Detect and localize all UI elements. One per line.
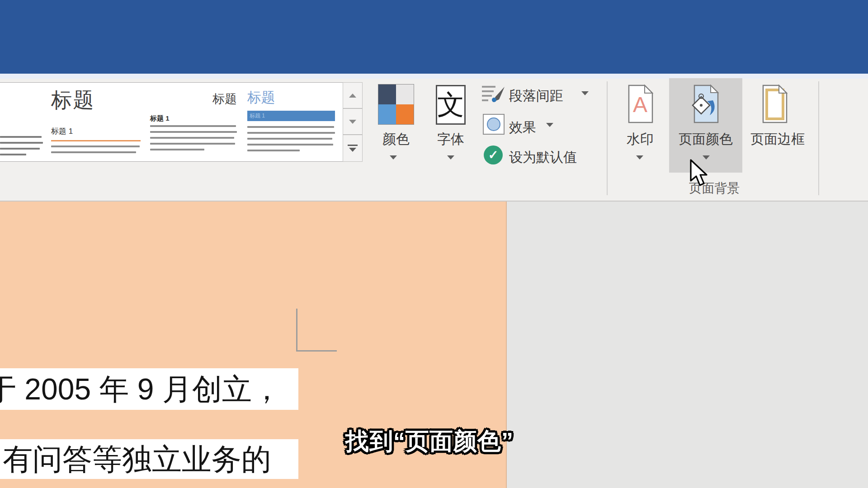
text-line-placeholder — [0, 136, 42, 160]
theme-fonts-icon: 文 — [436, 85, 466, 125]
style-card-title: 标题 — [212, 91, 237, 107]
swatch-blue — [378, 104, 396, 124]
effects-button[interactable]: 效果 — [509, 118, 536, 137]
effects-dropdown-icon[interactable] — [546, 123, 553, 127]
style-card-title: 标题 — [51, 86, 94, 114]
up-arrow-icon — [349, 94, 356, 98]
set-default-button[interactable]: 设为默认值 — [509, 148, 577, 167]
effects-icon — [483, 114, 505, 135]
text-line-placeholder — [150, 125, 237, 155]
swatch-light — [396, 84, 414, 104]
gallery-scroll-down-button[interactable] — [343, 108, 363, 135]
group-separator — [607, 81, 608, 195]
fonts-dropdown-icon[interactable] — [447, 155, 454, 160]
colors-button[interactable]: 颜色 — [369, 130, 423, 149]
colors-dropdown-icon[interactable] — [390, 155, 397, 160]
document-text-line: 有问答等独立业务的 — [3, 439, 298, 479]
page-color-icon — [691, 84, 720, 124]
swatch-dark — [378, 84, 396, 104]
theme-colors-icon — [378, 84, 414, 125]
document-text-line: 于 2005 年 9 月创立， — [0, 368, 298, 410]
title-bar — [0, 0, 868, 74]
orange-rule — [51, 140, 141, 141]
style-card-heading1: 标题 1 — [51, 126, 73, 136]
mouse-cursor — [689, 159, 711, 188]
gallery-more-button[interactable] — [343, 135, 363, 162]
fonts-button[interactable]: 字体 — [424, 130, 478, 149]
page-color-label: 页面颜色 — [670, 130, 742, 149]
down-arrow-icon — [349, 120, 356, 124]
page-borders-button[interactable]: 页面边框 — [744, 130, 811, 149]
watermark-button[interactable]: 水印 — [618, 130, 663, 149]
style-set-gallery: 标题 标题 1 标题 标题 1 标题 标题 1 — [0, 82, 343, 162]
check-glyph: ✓ — [488, 148, 499, 162]
style-card-heading-bar: 标题 1 — [247, 111, 335, 121]
more-icon — [348, 145, 358, 152]
caption-overlay: 找到“页面颜色” — [289, 426, 570, 457]
text-line-placeholder — [247, 126, 335, 155]
paragraph-spacing-icon — [482, 85, 505, 104]
watermark-dropdown-icon[interactable] — [636, 155, 643, 160]
document-text-strip[interactable]: 于 2005 年 9 月创立， — [0, 368, 298, 410]
text-line-placeholder — [51, 145, 141, 157]
page-borders-icon — [761, 84, 788, 124]
style-set-card[interactable]: 标题 标题 1 — [246, 83, 336, 161]
svg-text:A: A — [633, 93, 647, 117]
text-boundary-mark — [296, 309, 297, 352]
style-set-card[interactable] — [0, 83, 43, 161]
watermark-icon: A — [627, 84, 654, 124]
group-separator — [818, 81, 819, 195]
set-default-check-icon: ✓ — [484, 145, 503, 164]
style-card-title: 标题 — [247, 88, 275, 107]
swatch-orange — [396, 104, 414, 124]
style-card-heading1: 标题 1 — [150, 114, 170, 123]
style-set-card[interactable]: 标题 标题 1 — [149, 83, 239, 161]
text-boundary-mark — [296, 350, 337, 352]
document-text-strip[interactable]: 有问答等独立业务的 — [0, 439, 298, 479]
fonts-icon-char: 文 — [437, 87, 464, 123]
paragraph-spacing-dropdown-icon[interactable] — [581, 91, 589, 95]
paragraph-spacing-button[interactable]: 段落间距 — [509, 87, 563, 105]
style-set-card[interactable]: 标题 标题 1 — [47, 83, 144, 161]
gallery-scroll-up-button[interactable] — [343, 82, 363, 108]
